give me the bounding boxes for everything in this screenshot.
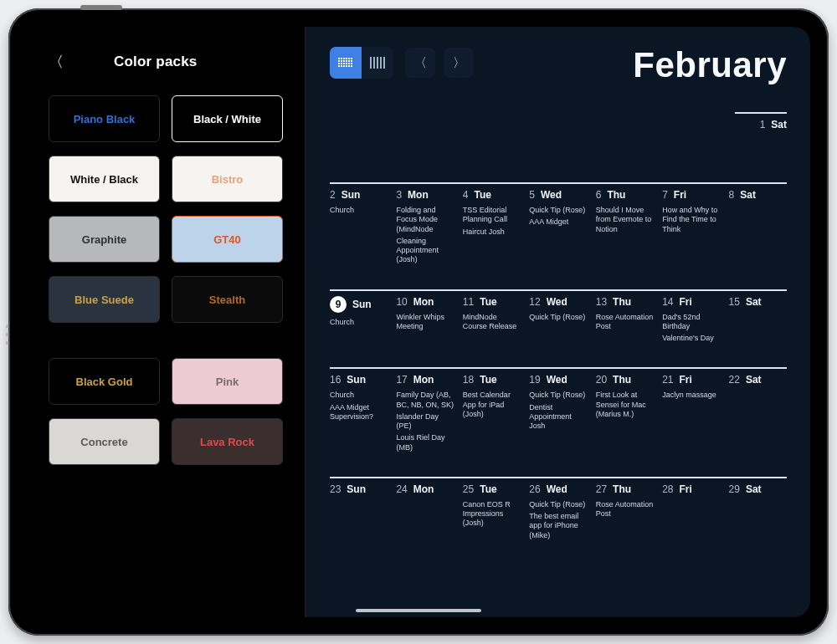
event-item[interactable]: Winkler Whips Meeting xyxy=(396,313,454,332)
day-name: Sat xyxy=(746,296,762,308)
color-packs-panel: 〈 Color packs Piano BlackBlack / WhiteWh… xyxy=(27,27,305,617)
day-number: 12 xyxy=(529,296,540,308)
color-pack-concrete[interactable]: Concrete xyxy=(49,418,160,465)
color-pack-black-gold[interactable]: Black Gold xyxy=(49,358,160,405)
day-cell[interactable]: 13ThuRose Automation Post xyxy=(596,296,654,346)
day-cell[interactable]: 23Sun xyxy=(330,483,388,543)
color-pack-piano-black[interactable]: Piano Black xyxy=(49,95,160,142)
day-cell[interactable]: 7FriHow and Why to Find the Time to Thin… xyxy=(662,189,720,268)
event-item[interactable]: How and Why to Find the Time to Think xyxy=(662,206,720,234)
color-pack-bistro[interactable]: Bistro xyxy=(172,156,283,202)
color-pack-stealth[interactable]: Stealth xyxy=(172,276,283,323)
color-pack-lava-rock[interactable]: Lava Rock xyxy=(172,418,283,465)
day-cell[interactable]: 15Sat xyxy=(729,296,787,346)
day-cell[interactable]: 10MonWinkler Whips Meeting xyxy=(396,296,454,346)
color-pack-black-white[interactable]: Black / White xyxy=(172,95,283,142)
day-number: 3 xyxy=(396,189,402,201)
day-cell[interactable]: 11TueMindNode Course Release xyxy=(463,296,521,346)
event-item[interactable]: First Look at Sensei for Mac (Marius M.) xyxy=(596,391,654,419)
day-cell[interactable]: 20ThuFirst Look at Sensei for Mac (Mariu… xyxy=(596,374,654,455)
event-item[interactable]: Dentist Appointment Josh xyxy=(529,403,587,432)
day-cell[interactable]: 9SunChurch xyxy=(330,296,388,346)
day-name: Thu xyxy=(607,189,625,201)
color-pack-blue-suede[interactable]: Blue Suede xyxy=(49,276,160,323)
day-cell[interactable]: 14FriDad's 52nd BirthdayValentine's Day xyxy=(662,296,720,346)
event-item[interactable]: Dad's 52nd Birthday xyxy=(662,313,720,332)
day-cell[interactable]: 28Fri xyxy=(662,483,720,543)
day-name: Sun xyxy=(352,299,372,310)
event-item[interactable]: Quick Tip (Rose) xyxy=(529,313,587,322)
day-cell[interactable]: 1 Sat xyxy=(735,112,787,161)
day-number: 23 xyxy=(330,483,341,495)
day-number: 15 xyxy=(729,296,740,308)
day-cell[interactable]: 12WedQuick Tip (Rose) xyxy=(529,296,587,346)
grid-view-button[interactable] xyxy=(330,47,362,79)
day-name: Tue xyxy=(480,374,496,386)
prev-month-button[interactable]: 〈 xyxy=(405,48,435,78)
day-cell[interactable]: 24Mon xyxy=(396,483,454,543)
event-item[interactable]: MindNode Course Release xyxy=(463,313,521,332)
home-indicator[interactable] xyxy=(356,609,481,612)
event-item[interactable]: Family Day (AB, BC, NB, ON, SK) xyxy=(396,391,454,410)
day-number: 7 xyxy=(662,189,668,201)
event-item[interactable]: Church xyxy=(330,318,388,327)
event-item[interactable]: Rose Automation Post xyxy=(596,500,654,519)
day-cell[interactable]: 25TueCanon EOS R Impressions (Josh) xyxy=(463,483,521,543)
day-cell[interactable]: 26WedQuick Tip (Rose)The best email app … xyxy=(529,483,587,543)
event-item[interactable]: Quick Tip (Rose) xyxy=(529,206,587,215)
day-number: 29 xyxy=(729,483,740,495)
event-item[interactable]: Canon EOS R Impressions (Josh) xyxy=(463,500,521,529)
event-item[interactable]: Folding and Focus Mode (MindNode xyxy=(396,206,454,234)
color-pack-white-black[interactable]: White / Black xyxy=(49,156,160,202)
event-item[interactable]: Louis Riel Day (MB) xyxy=(396,433,454,452)
day-cell[interactable]: 5WedQuick Tip (Rose)AAA Midget xyxy=(529,189,587,268)
day-name: Sun xyxy=(341,189,361,201)
list-view-button[interactable] xyxy=(362,47,393,79)
day-name: Wed xyxy=(547,483,567,495)
day-cell[interactable]: 19WedQuick Tip (Rose)Dentist Appointment… xyxy=(529,374,587,455)
event-item[interactable]: Best Calendar App for iPad (Josh) xyxy=(463,391,521,419)
event-item[interactable]: Church xyxy=(330,391,388,400)
day-name: Fri xyxy=(680,483,692,495)
event-item[interactable]: AAA Midget Supervision? xyxy=(330,403,388,422)
event-item[interactable]: Valentine's Day xyxy=(662,334,720,343)
day-name: Sat xyxy=(771,119,787,130)
next-month-button[interactable]: 〉 xyxy=(444,48,474,78)
event-item[interactable]: Cleaning Appointment (Josh) xyxy=(396,237,454,265)
color-pack-pink[interactable]: Pink xyxy=(172,358,283,405)
day-cell[interactable]: 22Sat xyxy=(729,374,787,455)
day-number: 25 xyxy=(463,483,474,495)
day-number: 1 xyxy=(760,119,766,130)
event-item[interactable]: The best email app for iPhone (Mike) xyxy=(529,512,587,540)
event-item[interactable]: Haircut Josh xyxy=(463,227,521,237)
event-item[interactable]: Islander Day (PE) xyxy=(396,412,454,432)
day-cell[interactable]: 16SunChurchAAA Midget Supervision? xyxy=(330,374,388,455)
day-cell[interactable]: 17MonFamily Day (AB, BC, NB, ON, SK)Isla… xyxy=(396,374,454,455)
day-cell[interactable]: 6ThuShould I Move from Evernote to Notio… xyxy=(596,189,654,268)
day-name: Sat xyxy=(746,483,762,495)
day-cell[interactable]: 4TueTSS Editorial Planning CallHaircut J… xyxy=(463,189,521,268)
day-cell[interactable]: 2SunChurch xyxy=(330,189,388,268)
day-cell[interactable]: 3MonFolding and Focus Mode (MindNodeClea… xyxy=(396,189,454,268)
day-cell[interactable]: 8Sat xyxy=(729,189,787,268)
day-cell[interactable]: 18TueBest Calendar App for iPad (Josh) xyxy=(463,374,521,455)
event-item[interactable]: Should I Move from Evernote to Notion xyxy=(596,206,654,234)
event-item[interactable]: AAA Midget xyxy=(529,217,587,227)
day-cell[interactable]: 29Sat xyxy=(729,483,787,543)
color-pack-gt40[interactable]: GT40 xyxy=(172,216,283,263)
day-number: 6 xyxy=(596,189,602,201)
day-cell[interactable]: 21FriJaclyn massage xyxy=(662,374,720,455)
event-item[interactable]: Rose Automation Post xyxy=(596,313,654,332)
event-item[interactable]: Quick Tip (Rose) xyxy=(529,391,587,400)
event-item[interactable]: TSS Editorial Planning Call xyxy=(463,206,521,225)
color-pack-graphite[interactable]: Graphite xyxy=(49,216,160,263)
month-title: February xyxy=(633,45,787,85)
event-item[interactable]: Church xyxy=(330,206,388,215)
event-item[interactable]: Quick Tip (Rose) xyxy=(529,500,587,509)
back-button[interactable]: 〈 xyxy=(49,52,64,72)
event-item[interactable]: Jaclyn massage xyxy=(662,391,720,400)
view-toggle xyxy=(330,47,393,79)
day-cell[interactable]: 27ThuRose Automation Post xyxy=(596,483,654,543)
day-name: Sun xyxy=(347,374,366,386)
day-number: 4 xyxy=(463,189,469,201)
